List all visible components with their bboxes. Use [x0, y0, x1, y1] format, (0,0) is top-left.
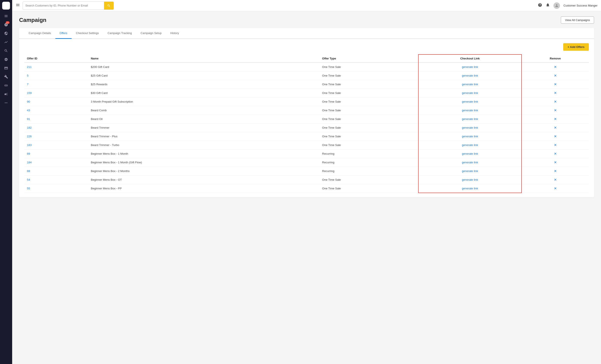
offer-id-link[interactable]: 43 — [27, 109, 30, 112]
remove-cell: ✕ — [521, 71, 589, 80]
generate-link-button[interactable]: generate link — [462, 126, 478, 129]
tab-checkout-settings[interactable]: Checkout Settings — [72, 28, 103, 39]
generate-link-button[interactable]: generate link — [462, 152, 478, 155]
offer-type-cell: One Time Sale — [320, 62, 419, 71]
offer-id-cell: 55 — [24, 184, 88, 193]
generate-link-button[interactable]: generate link — [462, 135, 478, 138]
offer-name-cell: Beginner Mens Box - OT — [88, 175, 319, 184]
table-row: 55 Beginner Mens Box - PP One Time Sale … — [24, 184, 589, 193]
offer-id-cell: 91 — [24, 115, 88, 124]
table-row: 7 $25 Rewards One Time Sale generate lin… — [24, 80, 589, 89]
remove-cell: ✕ — [521, 89, 589, 97]
offer-id-link[interactable]: 91 — [27, 117, 30, 121]
generate-link-button[interactable]: generate link — [462, 178, 478, 181]
offer-id-cell: 43 — [24, 106, 88, 115]
remove-button[interactable]: ✕ — [554, 91, 557, 95]
remove-button[interactable]: ✕ — [554, 65, 557, 69]
offer-id-link[interactable]: 184 — [27, 161, 32, 164]
offer-type-cell: One Time Sale — [320, 71, 419, 80]
offer-id-link[interactable]: 89 — [27, 152, 30, 155]
remove-button[interactable]: ✕ — [554, 169, 557, 173]
remove-button[interactable]: ✕ — [554, 152, 557, 156]
offer-id-link[interactable]: 183 — [27, 144, 32, 147]
offer-id-link[interactable]: 211 — [27, 65, 32, 68]
generate-link-button[interactable]: generate link — [462, 144, 478, 147]
logo[interactable] — [2, 2, 10, 10]
user-name-label[interactable]: Customer Success Manger — [563, 4, 598, 7]
sidebar-item-chart[interactable] — [2, 38, 10, 46]
offer-id-cell: 182 — [24, 124, 88, 132]
offer-id-cell: 211 — [24, 62, 88, 71]
checkout-link-cell: generate link — [418, 71, 521, 80]
search-input[interactable] — [23, 2, 104, 9]
sidebar-item-more[interactable] — [2, 99, 10, 107]
sidebar-item-link[interactable] — [2, 82, 10, 89]
offer-name-cell: Beginner Mens Box - 1 Month (Gift Flow) — [88, 158, 319, 167]
sidebar-item-megaphone[interactable] — [2, 90, 10, 98]
checkout-link-cell: generate link — [418, 106, 521, 115]
generate-link-button[interactable]: generate link — [462, 109, 478, 112]
table-row: 43 Beard Comb One Time Sale generate lin… — [24, 106, 589, 115]
remove-button[interactable]: ✕ — [554, 82, 557, 86]
generate-link-button[interactable]: generate link — [462, 169, 478, 173]
search-button[interactable] — [104, 2, 114, 10]
remove-cell: ✕ — [521, 149, 589, 158]
sidebar-item-rocket[interactable]: 21 — [2, 21, 10, 29]
sidebar-item-card[interactable] — [2, 64, 10, 72]
remove-button[interactable]: ✕ — [554, 143, 557, 147]
offer-id-link[interactable]: 159 — [27, 91, 32, 95]
offer-id-link[interactable]: 54 — [27, 178, 30, 181]
remove-button[interactable]: ✕ — [554, 108, 557, 112]
remove-button[interactable]: ✕ — [554, 74, 557, 78]
offer-id-link[interactable]: 182 — [27, 126, 32, 129]
generate-link-button[interactable]: generate link — [462, 65, 478, 68]
menu-icon[interactable] — [16, 3, 20, 8]
generate-link-button[interactable]: generate link — [462, 91, 478, 95]
generate-link-button[interactable]: generate link — [462, 161, 478, 164]
offer-id-link[interactable]: 226 — [27, 135, 32, 138]
generate-link-button[interactable]: generate link — [462, 187, 478, 190]
checkout-link-cell: generate link — [418, 141, 521, 149]
checkout-link-cell: generate link — [418, 80, 521, 89]
checkout-link-cell: generate link — [418, 89, 521, 97]
tab-offers[interactable]: Offers — [55, 28, 72, 39]
remove-button[interactable]: ✕ — [554, 126, 557, 130]
table-row: 182 Beard Trimmer One Time Sale generate… — [24, 124, 589, 132]
offers-table: Offer ID Name Offer Type Checkout Link R… — [24, 54, 589, 193]
tab-campaign-tracking[interactable]: Campaign Tracking — [103, 28, 136, 39]
sidebar-item-wrench[interactable] — [2, 73, 10, 81]
sidebar-item-hamburger[interactable] — [2, 12, 10, 20]
remove-button[interactable]: ✕ — [554, 117, 557, 121]
offer-id-link[interactable]: 88 — [27, 169, 30, 173]
remove-button[interactable]: ✕ — [554, 186, 557, 191]
add-offers-button[interactable]: + Add Offers — [563, 43, 589, 51]
topnav-right: Customer Success Manger — [538, 2, 598, 9]
offer-id-cell: 54 — [24, 175, 88, 184]
help-icon[interactable] — [538, 3, 542, 8]
generate-link-button[interactable]: generate link — [462, 100, 478, 103]
offer-id-link[interactable]: 90 — [27, 100, 30, 103]
remove-button[interactable]: ✕ — [554, 160, 557, 164]
offer-id-link[interactable]: 55 — [27, 187, 30, 190]
sidebar-item-globe[interactable] — [2, 29, 10, 37]
offer-type-cell: One Time Sale — [320, 97, 419, 106]
generate-link-button[interactable]: generate link — [462, 74, 478, 77]
sidebar-item-gear[interactable] — [2, 56, 10, 63]
remove-button[interactable]: ✕ — [554, 134, 557, 138]
offer-id-link[interactable]: 7 — [27, 83, 29, 86]
tab-history[interactable]: History — [166, 28, 183, 39]
generate-link-button[interactable]: generate link — [462, 83, 478, 86]
sidebar-item-search[interactable] — [2, 47, 10, 55]
remove-cell: ✕ — [521, 97, 589, 106]
tab-campaign-setup[interactable]: Campaign Setup — [136, 28, 166, 39]
offer-id-link[interactable]: 5 — [27, 74, 29, 77]
offer-type-cell: One Time Sale — [320, 184, 419, 193]
remove-cell: ✕ — [521, 158, 589, 167]
remove-button[interactable]: ✕ — [554, 178, 557, 182]
notification-icon[interactable] — [546, 3, 550, 8]
view-all-campaigns-button[interactable]: View All Campaigns — [561, 17, 594, 24]
tab-campaign-details[interactable]: Campaign Details — [24, 28, 55, 39]
offer-id-cell: 226 — [24, 132, 88, 141]
generate-link-button[interactable]: generate link — [462, 117, 478, 121]
remove-button[interactable]: ✕ — [554, 100, 557, 104]
